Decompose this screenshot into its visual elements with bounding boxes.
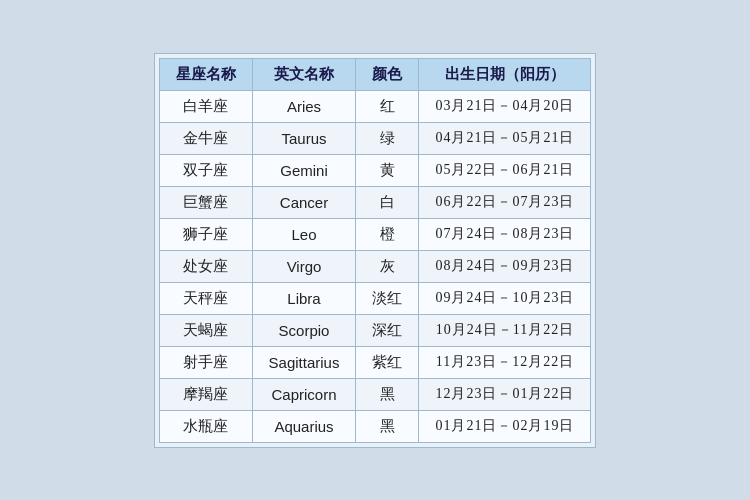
cell-date: 12月23日－01月22日 (419, 378, 591, 410)
cell-english-name: Taurus (252, 122, 356, 154)
header-date: 出生日期（阳历） (419, 58, 591, 90)
cell-chinese-name: 处女座 (159, 250, 252, 282)
cell-date: 11月23日－12月22日 (419, 346, 591, 378)
cell-date: 03月21日－04月20日 (419, 90, 591, 122)
cell-color: 紫红 (356, 346, 419, 378)
cell-chinese-name: 射手座 (159, 346, 252, 378)
cell-date: 09月24日－10月23日 (419, 282, 591, 314)
cell-color: 红 (356, 90, 419, 122)
table-row: 白羊座Aries红03月21日－04月20日 (159, 90, 591, 122)
table-row: 狮子座Leo橙07月24日－08月23日 (159, 218, 591, 250)
cell-color: 绿 (356, 122, 419, 154)
cell-chinese-name: 双子座 (159, 154, 252, 186)
cell-color: 淡红 (356, 282, 419, 314)
cell-english-name: Capricorn (252, 378, 356, 410)
cell-color: 白 (356, 186, 419, 218)
cell-english-name: Scorpio (252, 314, 356, 346)
cell-color: 橙 (356, 218, 419, 250)
zodiac-table-container: 星座名称 英文名称 颜色 出生日期（阳历） 白羊座Aries红03月21日－04… (154, 53, 597, 448)
table-row: 金牛座Taurus绿04月21日－05月21日 (159, 122, 591, 154)
cell-chinese-name: 白羊座 (159, 90, 252, 122)
cell-english-name: Cancer (252, 186, 356, 218)
cell-english-name: Aries (252, 90, 356, 122)
header-english-name: 英文名称 (252, 58, 356, 90)
cell-date: 01月21日－02月19日 (419, 410, 591, 442)
cell-date: 07月24日－08月23日 (419, 218, 591, 250)
cell-english-name: Sagittarius (252, 346, 356, 378)
table-row: 双子座Gemini黄05月22日－06月21日 (159, 154, 591, 186)
cell-color: 黑 (356, 410, 419, 442)
cell-date: 08月24日－09月23日 (419, 250, 591, 282)
table-body: 白羊座Aries红03月21日－04月20日金牛座Taurus绿04月21日－0… (159, 90, 591, 442)
header-chinese-name: 星座名称 (159, 58, 252, 90)
cell-chinese-name: 巨蟹座 (159, 186, 252, 218)
cell-color: 灰 (356, 250, 419, 282)
header-color: 颜色 (356, 58, 419, 90)
cell-color: 黑 (356, 378, 419, 410)
cell-english-name: Virgo (252, 250, 356, 282)
cell-color: 深红 (356, 314, 419, 346)
cell-english-name: Leo (252, 218, 356, 250)
cell-color: 黄 (356, 154, 419, 186)
cell-english-name: Gemini (252, 154, 356, 186)
cell-chinese-name: 水瓶座 (159, 410, 252, 442)
cell-chinese-name: 天蝎座 (159, 314, 252, 346)
cell-chinese-name: 金牛座 (159, 122, 252, 154)
table-row: 天秤座Libra淡红09月24日－10月23日 (159, 282, 591, 314)
table-row: 处女座Virgo灰08月24日－09月23日 (159, 250, 591, 282)
cell-chinese-name: 天秤座 (159, 282, 252, 314)
cell-date: 10月24日－11月22日 (419, 314, 591, 346)
table-header-row: 星座名称 英文名称 颜色 出生日期（阳历） (159, 58, 591, 90)
zodiac-table: 星座名称 英文名称 颜色 出生日期（阳历） 白羊座Aries红03月21日－04… (159, 58, 592, 443)
table-row: 巨蟹座Cancer白06月22日－07月23日 (159, 186, 591, 218)
cell-date: 06月22日－07月23日 (419, 186, 591, 218)
table-row: 摩羯座Capricorn黑12月23日－01月22日 (159, 378, 591, 410)
cell-chinese-name: 摩羯座 (159, 378, 252, 410)
cell-date: 04月21日－05月21日 (419, 122, 591, 154)
table-row: 射手座Sagittarius紫红11月23日－12月22日 (159, 346, 591, 378)
table-row: 水瓶座Aquarius黑01月21日－02月19日 (159, 410, 591, 442)
cell-english-name: Libra (252, 282, 356, 314)
cell-date: 05月22日－06月21日 (419, 154, 591, 186)
table-row: 天蝎座Scorpio深红10月24日－11月22日 (159, 314, 591, 346)
cell-chinese-name: 狮子座 (159, 218, 252, 250)
cell-english-name: Aquarius (252, 410, 356, 442)
